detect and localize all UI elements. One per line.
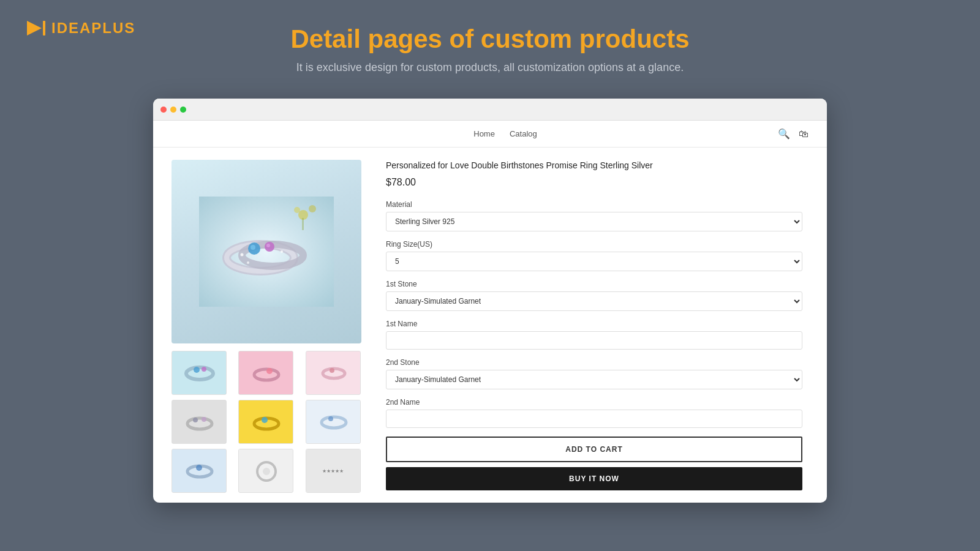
store-content: ★★★★★ Personalized for Love Double Birth… — [153, 148, 827, 503]
nav-icons: 🔍 🛍 — [778, 128, 809, 140]
svg-point-39 — [196, 465, 202, 471]
product-price: $78.00 — [386, 177, 802, 188]
svg-point-7 — [251, 245, 255, 250]
svg-marker-0 — [27, 21, 42, 36]
svg-rect-1 — [43, 21, 45, 36]
main-product-image — [172, 160, 361, 343]
name2-option-group: 2nd Name — [386, 398, 802, 428]
stone1-label: 1st Stone — [386, 280, 802, 288]
svg-point-36 — [328, 416, 333, 421]
svg-point-14 — [309, 205, 316, 212]
svg-point-20 — [202, 367, 206, 372]
svg-point-42 — [263, 468, 270, 475]
product-title: Personalized for Love Double Birthstones… — [386, 160, 802, 172]
ring-display — [172, 160, 361, 343]
product-images: ★★★★★ — [172, 160, 368, 490]
thumbnail-8[interactable] — [238, 449, 293, 493]
svg-point-26 — [330, 368, 334, 373]
page-header: Detail pages of custom products It is ex… — [0, 0, 980, 86]
material-option-group: Material Sterling Silver 925 Gold Plated… — [386, 200, 802, 231]
ring-size-option-group: Ring Size(US) 4 5 6 7 8 9 10 — [386, 240, 802, 271]
name1-label: 1st Name — [386, 320, 802, 328]
browser-chrome — [153, 99, 827, 121]
svg-rect-2 — [199, 197, 334, 307]
name2-input[interactable] — [386, 410, 802, 428]
thumbnail-2[interactable] — [238, 351, 293, 395]
thumbnail-1[interactable] — [172, 351, 227, 395]
ring-size-select[interactable]: 4 5 6 7 8 9 10 — [386, 252, 802, 271]
cart-icon[interactable]: 🛍 — [799, 129, 809, 140]
add-to-cart-button[interactable]: ADD TO CART — [386, 437, 802, 462]
stone1-option-group: 1st Stone January-Simulated Garnet Febru… — [386, 280, 802, 311]
svg-rect-16 — [302, 218, 304, 230]
thumbnail-9[interactable]: ★★★★★ — [306, 449, 361, 493]
nav-home[interactable]: Home — [473, 129, 495, 138]
thumbnail-6[interactable] — [306, 400, 361, 444]
nav-center: Home Catalog — [473, 129, 537, 138]
buy-now-button[interactable]: BUY IT NOW — [386, 467, 802, 490]
svg-point-19 — [194, 367, 200, 373]
thumbnails-grid: ★★★★★ — [172, 351, 368, 493]
svg-point-33 — [262, 417, 268, 423]
stone2-option-group: 2nd Stone January-Simulated Garnet Febru… — [386, 358, 802, 389]
svg-rect-21 — [239, 351, 293, 395]
svg-rect-24 — [306, 351, 361, 395]
svg-point-10 — [241, 253, 244, 257]
svg-point-29 — [193, 418, 198, 422]
svg-rect-37 — [172, 449, 227, 493]
svg-point-23 — [266, 368, 273, 374]
svg-rect-17 — [172, 351, 227, 395]
thumbnail-3[interactable] — [306, 351, 361, 395]
svg-rect-34 — [306, 400, 361, 444]
product-details: Personalized for Love Double Birthstones… — [386, 160, 809, 490]
ring-size-label: Ring Size(US) — [386, 240, 802, 249]
main-title: Detail pages of custom products — [290, 24, 689, 54]
minimize-dot[interactable] — [170, 107, 176, 113]
nav-catalog[interactable]: Catalog — [510, 129, 537, 138]
name1-input[interactable] — [386, 331, 802, 350]
maximize-dot[interactable] — [180, 107, 186, 113]
subtitle: It is exclusive design for custom produc… — [296, 61, 684, 74]
name2-label: 2nd Name — [386, 398, 802, 407]
svg-point-15 — [294, 207, 300, 213]
name1-option-group: 1st Name — [386, 320, 802, 350]
thumbnail-4[interactable] — [172, 400, 227, 444]
svg-point-9 — [266, 244, 270, 247]
store-nav: Home Catalog 🔍 🛍 — [153, 121, 827, 148]
stone2-label: 2nd Stone — [386, 358, 802, 367]
search-icon[interactable]: 🔍 — [778, 128, 790, 140]
svg-point-30 — [202, 417, 206, 422]
material-select[interactable]: Sterling Silver 925 Gold Plated Rose Gol… — [386, 212, 802, 231]
close-dot[interactable] — [160, 107, 167, 113]
thumbnail-5[interactable] — [238, 400, 293, 444]
logo: IDEAPLUS — [24, 17, 135, 39]
material-label: Material — [386, 200, 802, 209]
svg-point-11 — [281, 250, 283, 253]
brand-name: IDEAPLUS — [51, 20, 135, 37]
stone2-select[interactable]: January-Simulated Garnet February-Simula… — [386, 370, 802, 389]
svg-point-12 — [247, 261, 249, 264]
thumbnail-7[interactable] — [172, 449, 227, 493]
thumb-stars: ★★★★★ — [322, 468, 344, 474]
browser-window: Home Catalog 🔍 🛍 — [153, 99, 827, 503]
svg-rect-27 — [172, 400, 227, 444]
stone1-select[interactable]: January-Simulated Garnet February-Simula… — [386, 291, 802, 311]
